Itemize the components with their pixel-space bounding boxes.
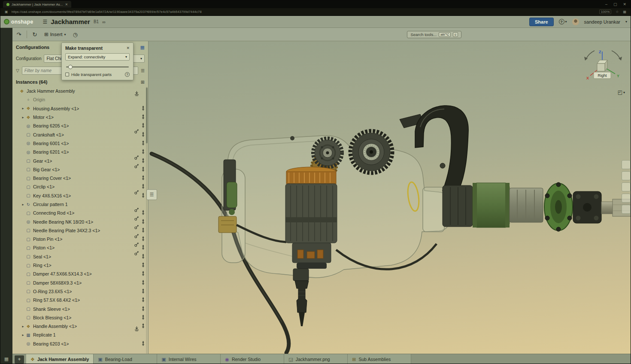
- tree-item[interactable]: Circular pattern 1: [12, 200, 148, 209]
- transparency-slider-knob[interactable]: [68, 65, 73, 69]
- mate-connector-icon[interactable]: [141, 254, 145, 259]
- tree-item[interactable]: Key 4X6.5X16 <1>: [12, 191, 148, 200]
- document-tab[interactable]: ◉ Render Studio: [221, 354, 284, 364]
- mate-connector-icon[interactable]: [141, 114, 145, 119]
- tab-close-icon[interactable]: [65, 3, 68, 6]
- tree-flyout-button[interactable]: [146, 189, 157, 200]
- redo-icon[interactable]: [15, 31, 23, 38]
- mate-connector-icon[interactable]: [141, 175, 145, 180]
- extensions-icon[interactable]: [623, 10, 626, 14]
- share-button[interactable]: Share: [529, 18, 554, 26]
- tree-item[interactable]: Block Blessing <1>: [12, 313, 148, 322]
- mate-icon[interactable]: [134, 224, 139, 229]
- onshape-logo[interactable]: onshape: [4, 19, 33, 25]
- mate-icon[interactable]: [134, 251, 139, 255]
- tree-item[interactable]: Needle Bearing NK 18/20 <1>: [12, 217, 148, 226]
- tree-item[interactable]: Crankshaft <1>: [12, 130, 148, 139]
- document-tab[interactable]: ▣ Internal Wires: [157, 354, 221, 364]
- mate-connector-icon[interactable]: [141, 123, 145, 128]
- rollback-icon[interactable]: [31, 31, 39, 38]
- mate-connector-icon[interactable]: [141, 288, 145, 294]
- tree-item[interactable]: Piston Pin <1>: [12, 235, 148, 243]
- mate-connector-icon[interactable]: [141, 280, 145, 285]
- tree-item[interactable]: Jack Hammer Assembly: [12, 87, 148, 95]
- insert-button[interactable]: Insert: [41, 30, 69, 38]
- tree-item[interactable]: Ring 57.5X 68.4X2 <1>: [12, 296, 148, 304]
- document-tab[interactable]: ▣ Bearing-Load: [94, 354, 157, 364]
- url-text[interactable]: https://cad.onshape.com/documents/9fed78…: [12, 10, 202, 14]
- tree-item[interactable]: Bearing 6203 <1>: [12, 340, 148, 348]
- mate-icon[interactable]: [134, 216, 139, 221]
- tree-item[interactable]: O-Ring 23.6X5 <1>: [12, 287, 148, 296]
- mate-icon[interactable]: [134, 155, 139, 160]
- right-panel-icon[interactable]: [622, 205, 631, 214]
- window-close-icon[interactable]: [623, 2, 626, 6]
- tree-item[interactable]: Damper 47.5X66.5X14.3 <1>: [12, 270, 148, 278]
- tree-item[interactable]: Circlip <1>: [12, 182, 148, 191]
- mate-connector-icon[interactable]: [141, 219, 145, 224]
- tree-item[interactable]: Bearing 6205 <1>: [12, 121, 148, 130]
- mate-connector-icon[interactable]: [141, 236, 145, 241]
- tree-item[interactable]: Seal <1>: [12, 252, 148, 261]
- tree-item[interactable]: Piston <1>: [12, 243, 148, 252]
- right-panel-icon[interactable]: [622, 171, 631, 180]
- tab-manager-icon[interactable]: [0, 356, 12, 362]
- mate-icon[interactable]: [134, 234, 139, 238]
- user-avatar[interactable]: [572, 18, 579, 25]
- tree-item[interactable]: Bearing 6001 <1>: [12, 139, 148, 148]
- user-menu-chevron-icon[interactable]: [625, 20, 627, 24]
- version-label[interactable]: B1: [94, 19, 99, 24]
- view-options-menu[interactable]: [618, 89, 625, 95]
- tree-item[interactable]: Bearing Cover <1>: [12, 174, 148, 182]
- mate-icon[interactable]: [134, 242, 139, 247]
- tree-item[interactable]: Ring <1>: [12, 261, 148, 270]
- mate-connector-icon[interactable]: [141, 245, 145, 250]
- tree-item[interactable]: Housing Assembly <1>: [12, 104, 148, 113]
- scrollbar-thumb[interactable]: [146, 88, 148, 143]
- list-view-icon[interactable]: [141, 68, 145, 73]
- tree-item[interactable]: Needle Bearing Plate 34X2.3 <1>: [12, 226, 148, 235]
- expand-chevron-icon[interactable]: [21, 106, 25, 110]
- expand-chevron-icon[interactable]: [21, 333, 25, 337]
- dialog-help-icon[interactable]: ?: [125, 72, 130, 77]
- slider-track[interactable]: [66, 67, 129, 67]
- document-tab[interactable]: ◲ Jackhammer.png: [284, 354, 348, 364]
- mate-icon[interactable]: [134, 207, 139, 212]
- document-menu-icon[interactable]: [42, 19, 47, 25]
- mate-icon[interactable]: [134, 129, 139, 133]
- expand-select[interactable]: Expand: connectivity: [65, 53, 130, 61]
- insert-instance-icon[interactable]: [141, 79, 145, 85]
- document-title[interactable]: Jackhammer: [51, 18, 90, 25]
- help-menu[interactable]: ?: [559, 19, 567, 24]
- document-tab[interactable]: ❖ Jack Hammer Assembly: [26, 354, 94, 364]
- tree-item[interactable]: Big Gear <1>: [12, 165, 148, 174]
- mate-connector-icon[interactable]: [141, 323, 145, 328]
- minimize-icon[interactable]: [605, 2, 607, 6]
- maximize-icon[interactable]: [613, 2, 617, 6]
- mate-connector-icon[interactable]: [141, 149, 145, 154]
- mate-connector-icon[interactable]: [141, 262, 145, 267]
- search-tools[interactable]: Search tools... alt/⌥ c: [407, 31, 461, 38]
- tree-item[interactable]: Motor <1>: [12, 113, 148, 121]
- link-icon[interactable]: [102, 19, 106, 24]
- tree-item[interactable]: Bearing 6201 <1>: [12, 148, 148, 156]
- mate-connector-icon[interactable]: [141, 315, 145, 320]
- tree-item[interactable]: Gear <1>: [12, 156, 148, 165]
- mate-connector-icon[interactable]: [141, 158, 145, 163]
- hide-transparent-checkbox[interactable]: [65, 73, 69, 76]
- dialog-close-icon[interactable]: [126, 46, 130, 50]
- history-icon[interactable]: [71, 31, 79, 38]
- mate-connector-icon[interactable]: [141, 210, 145, 215]
- mate-connector-icon[interactable]: [141, 341, 145, 346]
- document-tab[interactable]: ⊞ Sub Assemblies: [348, 354, 411, 364]
- add-tab-button[interactable]: [15, 355, 24, 364]
- mate-icon[interactable]: [134, 190, 139, 194]
- mate-connector-icon[interactable]: [141, 140, 145, 146]
- bookmark-star-icon[interactable]: [616, 10, 619, 14]
- mate-connector-icon[interactable]: [141, 271, 145, 276]
- mate-connector-icon[interactable]: [141, 193, 145, 198]
- expand-chevron-icon[interactable]: [21, 325, 25, 328]
- tree-item[interactable]: Damper 58X68X9.3 <1>: [12, 279, 148, 287]
- right-panel-icon[interactable]: [622, 194, 631, 203]
- view-cube[interactable]: Z X Y Right: [582, 47, 624, 88]
